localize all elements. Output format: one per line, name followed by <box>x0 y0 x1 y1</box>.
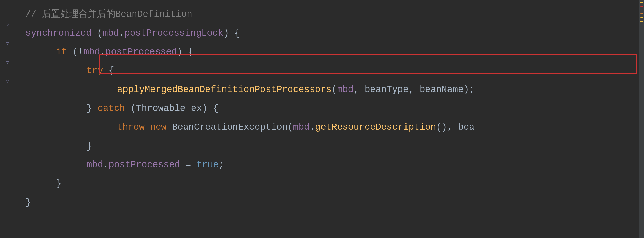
code-line-5: applyMergedBeanDefinitionPostProcessors … <box>25 80 639 99</box>
code-token: } <box>25 193 31 212</box>
code-token: (! <box>67 43 83 62</box>
code-token: ( <box>91 24 102 43</box>
code-token: getResourceDescription <box>315 118 436 137</box>
code-token: catch <box>97 99 125 118</box>
code-token: } <box>87 99 97 118</box>
gutter-icon-2: ▽ <box>3 34 13 53</box>
code-line-6: } catch ( Throwable ex) { <box>25 99 639 118</box>
code-token: if <box>56 43 67 62</box>
code-token: ( <box>125 99 136 118</box>
code-token: . <box>119 24 124 43</box>
code-token: throw <box>117 118 145 137</box>
code-token: mbd <box>337 80 354 99</box>
code-line-7: throw new BeanCreationException ( mbd . … <box>25 118 639 137</box>
gutter-icon-3: ▽ <box>3 53 13 72</box>
code-editor: // 后置处理合并后的BeanDefinition synchronized (… <box>15 0 639 238</box>
code-token: postProcessed <box>108 156 180 174</box>
code-token <box>145 118 150 137</box>
code-token: ) { <box>223 24 240 43</box>
code-token: try <box>87 62 103 80</box>
code-line-11: } <box>25 193 639 212</box>
code-token: ; <box>219 156 224 174</box>
code-token: ex) { <box>186 99 219 118</box>
code-token: mbd <box>87 156 103 174</box>
code-token: . <box>103 156 109 174</box>
scrollbar-marker-2 <box>640 6 643 7</box>
code-token: new <box>150 118 167 137</box>
scrollbar-marker-4 <box>640 13 643 14</box>
code-line-3: if (! mbd . postProcessed ) { <box>25 43 639 62</box>
scrollbar-marker-6 <box>640 21 643 22</box>
gutter-icon-1: ▽ <box>3 15 13 34</box>
code-token: BeanCreationException <box>172 118 288 137</box>
code-token: (), bea <box>436 118 474 137</box>
code-token: applyMergedBeanDefinitionPostProcessors <box>117 80 332 99</box>
code-token: ( <box>332 80 337 99</box>
code-token: mbd <box>83 43 100 62</box>
code-token: postProcessed <box>105 43 177 62</box>
code-token: = <box>180 156 197 174</box>
code-line-9: mbd . postProcessed = true ; <box>25 156 639 174</box>
code-token: . <box>310 118 315 137</box>
code-token: mbd <box>102 24 119 43</box>
code-token: ) { <box>177 43 193 62</box>
scrollbar-marker-3 <box>640 10 643 10</box>
gutter: ▽ ▽ ▽ ▽ <box>0 0 15 238</box>
code-token: ( <box>288 118 293 137</box>
code-line-1: // 后置处理合并后的BeanDefinition <box>25 5 639 24</box>
scrollbar[interactable] <box>639 0 644 238</box>
code-token: { <box>103 62 114 80</box>
code-token: synchronized <box>25 24 91 43</box>
code-token: } <box>56 174 62 193</box>
code-line-4: try { <box>25 62 639 80</box>
code-token: . <box>100 43 106 62</box>
code-token: postProcessingLock <box>124 24 223 43</box>
code-token: beanName <box>419 80 464 99</box>
code-token: ); <box>464 80 474 99</box>
code-token: , <box>354 80 365 99</box>
code-token: // 后置处理合并后的BeanDefinition <box>25 5 192 24</box>
code-token: beanType <box>365 80 409 99</box>
code-line-8: } <box>25 137 639 156</box>
gutter-icon-4: ▽ <box>3 72 13 91</box>
code-token: , <box>409 80 419 99</box>
code-line-2: synchronized ( mbd . postProcessingLock … <box>25 24 639 43</box>
code-token: } <box>87 137 92 156</box>
code-token: Throwable <box>136 99 185 118</box>
code-token: true <box>197 156 218 174</box>
scrollbar-marker-1 <box>640 2 643 3</box>
code-token: mbd <box>293 118 310 137</box>
code-token <box>166 118 172 137</box>
scrollbar-markers <box>639 0 644 238</box>
code-line-10: } <box>25 174 639 193</box>
scrollbar-marker-5 <box>640 17 643 18</box>
